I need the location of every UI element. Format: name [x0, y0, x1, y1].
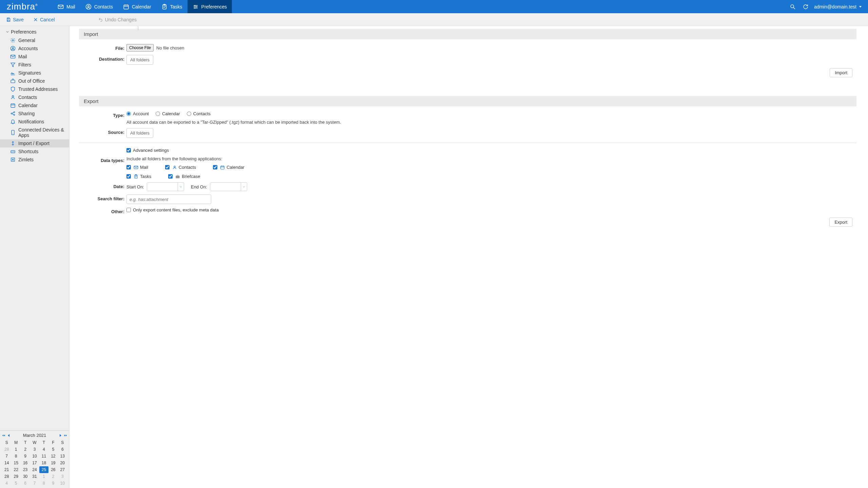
datatype-mail-checkbox[interactable]: Mail [126, 165, 148, 170]
minical-day[interactable]: 30 [21, 473, 30, 480]
type-calendar-radio[interactable]: Calendar [156, 111, 180, 116]
sidebar-item-general[interactable]: General [0, 36, 69, 44]
minical-day[interactable]: 13 [58, 453, 67, 460]
shortcuts-icon [10, 149, 16, 154]
minical-day[interactable]: 10 [58, 480, 67, 487]
sidebar-item-contacts[interactable]: Contacts [0, 93, 69, 101]
tab-contacts[interactable]: Contacts [80, 0, 118, 13]
datatype-contacts-checkbox[interactable]: Contacts [165, 165, 196, 170]
sidebar-root-preferences[interactable]: Preferences [0, 27, 69, 36]
minical-day[interactable]: 3 [58, 473, 67, 480]
destination-select[interactable]: All folders [126, 55, 153, 65]
minical-day[interactable]: 22 [11, 466, 20, 473]
minical-day[interactable]: 17 [30, 460, 39, 466]
exclude-metadata-checkbox[interactable]: Only export content files, exclude meta … [126, 207, 219, 212]
type-account-radio[interactable]: Account [126, 111, 149, 116]
minical-day[interactable]: 28 [2, 473, 11, 480]
sidebar-item-trusted-addresses[interactable]: Trusted Addresses [0, 85, 69, 93]
sidebar-item-calendar[interactable]: Calendar [0, 101, 69, 109]
end-date-input[interactable] [210, 182, 247, 191]
advanced-settings-checkbox[interactable]: Advanced settings [126, 148, 169, 153]
refresh-icon[interactable] [803, 4, 809, 10]
tab-tasks[interactable]: Tasks [156, 0, 188, 13]
sidebar-item-signatures[interactable]: Signatures [0, 69, 69, 77]
sidebar-item-filters[interactable]: Filters [0, 61, 69, 69]
start-date-input[interactable] [147, 182, 184, 191]
minical-day[interactable]: 18 [39, 460, 48, 466]
end-date-dropdown[interactable] [241, 183, 247, 191]
minical-day[interactable]: 6 [21, 480, 30, 487]
minical-day[interactable]: 6 [58, 446, 67, 453]
sidebar-item-import-export[interactable]: Import / Export [0, 139, 69, 147]
sidebar-item-out-of-office[interactable]: Out of Office [0, 77, 69, 85]
mail-icon [10, 54, 16, 59]
logo[interactable]: zimbra® [0, 0, 53, 13]
minical-day[interactable]: 15 [11, 460, 20, 466]
minical-day[interactable]: 28 [2, 446, 11, 453]
start-date-dropdown[interactable] [178, 183, 184, 191]
type-contacts-radio[interactable]: Contacts [187, 111, 211, 116]
minical-day[interactable]: 12 [48, 453, 58, 460]
datatype-briefcase-checkbox[interactable]: Briefcase [168, 174, 200, 179]
minical-day[interactable]: 21 [2, 466, 11, 473]
export-button[interactable]: Export [829, 218, 852, 227]
prev-month-icon[interactable] [7, 434, 11, 437]
source-select[interactable]: All folders [126, 128, 153, 138]
minical-day[interactable]: 10 [30, 453, 39, 460]
splitter-handle[interactable] [137, 26, 139, 30]
import-button[interactable]: Import [830, 68, 852, 77]
next-month-icon[interactable] [59, 434, 62, 437]
minical-day[interactable]: 9 [48, 480, 58, 487]
sidebar-item-accounts[interactable]: Accounts [0, 44, 69, 53]
sidebar-item-mail[interactable]: Mail [0, 53, 69, 61]
minical-day[interactable]: 27 [58, 466, 67, 473]
minical-day[interactable]: 14 [2, 460, 11, 466]
sidebar-item-zimlets[interactable]: Zimlets [0, 156, 69, 164]
datatype-calendar-checkbox[interactable]: Calendar [213, 165, 244, 170]
minical-day[interactable]: 11 [39, 453, 48, 460]
minical-day[interactable]: 31 [30, 473, 39, 480]
minical-day[interactable]: 1 [39, 473, 48, 480]
minical-day[interactable]: 3 [30, 446, 39, 453]
minical-day[interactable]: 24 [30, 466, 39, 473]
sidebar-item-connected-devices[interactable]: Connected Devices & Apps [0, 126, 69, 139]
minical-day[interactable]: 2 [48, 473, 58, 480]
minical-day[interactable]: 1 [11, 446, 20, 453]
minical-day[interactable]: 5 [11, 480, 20, 487]
minical-day[interactable]: 2 [21, 446, 30, 453]
minical-day[interactable]: 5 [48, 446, 58, 453]
minical-day[interactable]: 9 [21, 453, 30, 460]
tasks-icon [134, 174, 138, 179]
minical-day[interactable]: 26 [48, 466, 58, 473]
datatype-tasks-checkbox[interactable]: Tasks [126, 174, 151, 179]
minical-day[interactable]: 23 [21, 466, 30, 473]
minical-day[interactable]: 20 [58, 460, 67, 466]
minical-day[interactable]: 4 [39, 446, 48, 453]
minical-day[interactable]: 19 [48, 460, 58, 466]
search-icon[interactable] [790, 4, 796, 10]
tab-calendar[interactable]: Calendar [118, 0, 156, 13]
minical-day[interactable]: 7 [30, 480, 39, 487]
shield-icon [10, 86, 16, 92]
sidebar-item-sharing[interactable]: Sharing [0, 109, 69, 118]
search-filter-input[interactable] [126, 195, 211, 204]
sidebar-item-notifications[interactable]: Notifications [0, 118, 69, 126]
minical-day[interactable]: 7 [2, 453, 11, 460]
choose-file-button[interactable]: Choose File [126, 44, 154, 52]
minical-day[interactable]: 25 [39, 466, 48, 473]
cancel-button[interactable]: Cancel [33, 17, 55, 22]
next-year-icon[interactable] [64, 434, 67, 437]
minical-title[interactable]: March 2021 [23, 433, 46, 438]
prev-year-icon[interactable] [2, 434, 5, 437]
undo-changes-button[interactable]: Undo Changes [98, 17, 137, 22]
minical-day[interactable]: 4 [2, 480, 11, 487]
minical-day[interactable]: 29 [11, 473, 20, 480]
tab-preferences[interactable]: Preferences [188, 0, 232, 13]
user-menu[interactable]: admin@domain.test [814, 0, 868, 13]
minical-day[interactable]: 8 [39, 480, 48, 487]
save-button[interactable]: Save [6, 17, 24, 22]
minical-day[interactable]: 16 [21, 460, 30, 466]
minical-day[interactable]: 8 [11, 453, 20, 460]
tab-mail[interactable]: Mail [53, 0, 80, 13]
sidebar-item-shortcuts[interactable]: Shortcuts [0, 147, 69, 156]
